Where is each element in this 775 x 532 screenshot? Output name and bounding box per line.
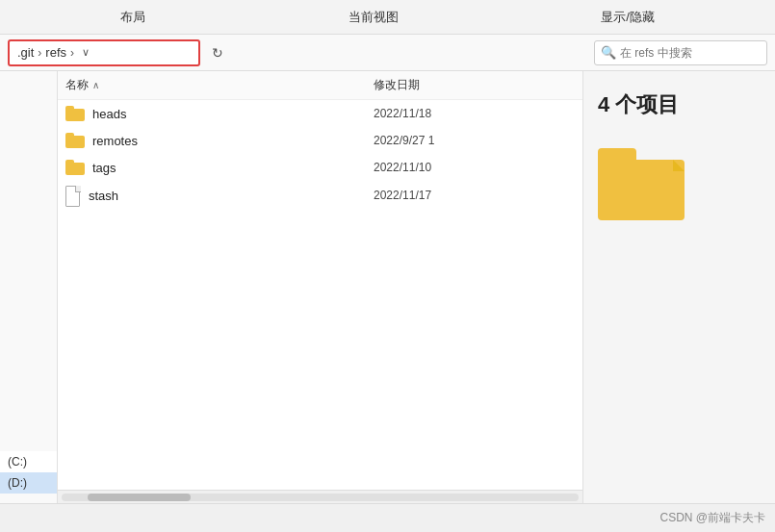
toolbar-view[interactable]: 当前视图 bbox=[339, 5, 408, 30]
folder-icon bbox=[65, 106, 85, 121]
scrollbar-area[interactable] bbox=[58, 490, 582, 503]
path-separator-2: › bbox=[70, 46, 74, 60]
preview-panel: 4 个项目 bbox=[582, 71, 775, 503]
folder-corner bbox=[673, 160, 685, 171]
address-path[interactable]: .git › refs › ∨ bbox=[8, 39, 200, 66]
table-row[interactable]: remotes 2022/9/27 1 bbox=[58, 127, 582, 154]
folder-icon bbox=[65, 133, 85, 148]
file-icon bbox=[65, 186, 81, 205]
file-name-label: tags bbox=[92, 161, 116, 175]
file-name-cell: stash bbox=[58, 184, 366, 207]
folder-icon bbox=[65, 160, 85, 175]
file-date-cell: 2022/9/27 1 bbox=[366, 132, 520, 149]
sort-arrow-icon: ∧ bbox=[92, 80, 99, 90]
toolbar-show-hide[interactable]: 显示/隐藏 bbox=[591, 5, 664, 30]
item-count-label: 4 个项目 bbox=[598, 90, 761, 119]
file-name-cell: heads bbox=[58, 104, 366, 123]
path-part-refs[interactable]: refs bbox=[45, 45, 66, 60]
watermark-text: CSDN @前端卡夫卡 bbox=[659, 510, 765, 526]
file-name-cell: tags bbox=[58, 158, 366, 177]
table-row[interactable]: heads 2022/11/18 bbox=[58, 100, 582, 127]
toolbar: 布局 当前视图 显示/隐藏 bbox=[0, 0, 775, 35]
address-chevron-icon[interactable]: ∨ bbox=[82, 46, 90, 59]
refresh-button[interactable]: ↻ bbox=[204, 39, 231, 66]
col-header-name[interactable]: 名称 ∧ bbox=[58, 75, 366, 95]
main-layout: (C:) (D:) 名称 ∧ 修改日期 heads 2022/11/18 rem… bbox=[0, 71, 775, 503]
sidebar-drive-d[interactable]: (D:) bbox=[0, 472, 57, 494]
refresh-icon: ↻ bbox=[212, 45, 223, 61]
col-header-date[interactable]: 修改日期 bbox=[366, 75, 520, 95]
path-separator-1: › bbox=[38, 46, 41, 60]
search-input[interactable] bbox=[620, 46, 755, 60]
table-row[interactable]: tags 2022/11/10 bbox=[58, 154, 582, 181]
scroll-thumb[interactable] bbox=[88, 494, 191, 501]
file-column-headers: 名称 ∧ 修改日期 bbox=[58, 71, 582, 100]
search-box[interactable]: 🔍 bbox=[594, 40, 767, 65]
file-name-label: heads bbox=[92, 107, 126, 121]
file-date-cell: 2022/11/18 bbox=[366, 105, 520, 122]
table-row[interactable]: stash 2022/11/17 bbox=[58, 181, 582, 210]
search-icon: 🔍 bbox=[601, 45, 616, 60]
status-bar: CSDN @前端卡夫卡 bbox=[0, 503, 775, 532]
preview-folder-icon bbox=[598, 148, 685, 220]
scroll-track[interactable] bbox=[62, 494, 579, 501]
sidebar-drive-c[interactable]: (C:) bbox=[0, 451, 57, 472]
toolbar-layout[interactable]: 布局 bbox=[111, 5, 155, 30]
path-part-git[interactable]: .git bbox=[17, 45, 34, 60]
col-name-label: 名称 bbox=[65, 77, 89, 93]
file-name-cell: remotes bbox=[58, 131, 366, 150]
address-bar: .git › refs › ∨ ↻ 🔍 bbox=[0, 35, 775, 71]
file-name-label: stash bbox=[89, 189, 118, 203]
file-name-label: remotes bbox=[92, 134, 138, 148]
sidebar: (C:) (D:) bbox=[0, 71, 58, 503]
file-date-cell: 2022/11/17 bbox=[366, 187, 520, 204]
file-area: 名称 ∧ 修改日期 heads 2022/11/18 remotes 2022/… bbox=[58, 71, 582, 503]
file-date-cell: 2022/11/10 bbox=[366, 159, 520, 176]
